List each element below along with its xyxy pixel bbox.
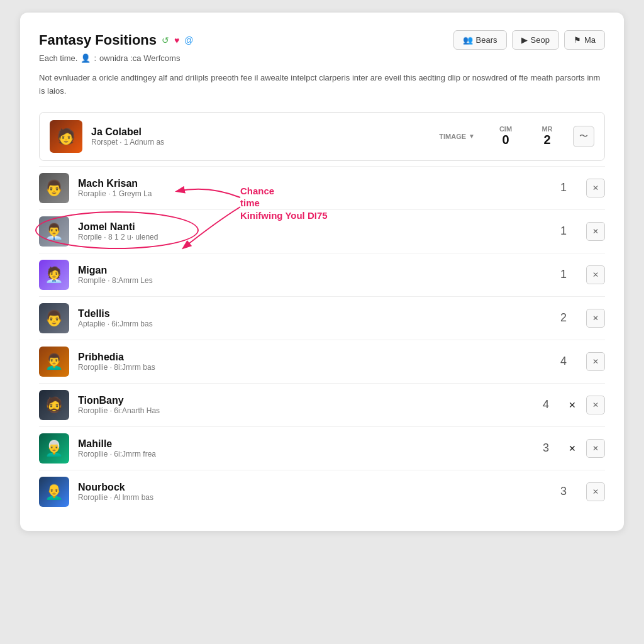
player-info-7: Mahille Roropllie · 6i:Jmrm frea <box>78 438 533 458</box>
player-name-3: Migan <box>78 265 551 276</box>
player-row-3: 🧑‍💼 Migan Romplle · 8:Amrm Les 1 ✕ <box>39 253 605 296</box>
player-info-5: Pribhedia Roropllie · 8i:Jmrm bas <box>78 352 551 372</box>
player-avatar-1: 👨 <box>39 173 69 203</box>
player-name-1: Mach Krisan <box>78 178 551 189</box>
player-number-5: 4 <box>551 355 576 368</box>
ma-button[interactable]: ⚑ Ma <box>564 30 605 50</box>
player-name-7: Mahille <box>78 438 533 450</box>
player-avatar-2: 👨‍💼 <box>39 216 69 247</box>
player-avatar-3: 🧑‍💼 <box>39 260 69 290</box>
dark-x-6[interactable]: ✕ <box>564 397 581 413</box>
seop-label: Seop <box>531 35 550 45</box>
player-row-6: 🧔 TionBany Roropllie · 6i:Anarth Has 4 ✕… <box>39 383 605 426</box>
top-player-info: Ja Colabel Rorspet · 1 Adnurn as <box>91 126 439 147</box>
player-row-2: 👨‍💼 Jomel Nanti Rorpile · 8 1 2 u· ulene… <box>39 209 605 253</box>
title-group: Fantasy Fositions ↺ ♥ @ <box>39 32 194 48</box>
remove-button-8[interactable]: ✕ <box>586 482 605 501</box>
player-number-7: 3 <box>533 441 558 455</box>
refresh-icon: ↺ <box>162 35 169 45</box>
top-stats: CIM 0 MR 2 <box>490 125 573 147</box>
subtitle-detail: ownidra :ca Werfcoms <box>99 53 180 63</box>
player-sub-4: Aptaplie · 6i:Jmrm bas <box>78 319 551 328</box>
subtitle-row: Each time. 👤 : ownidra :ca Werfcoms <box>39 53 605 63</box>
players-list: Chance time Kinifwing Youl DI75 👨 <box>39 166 605 513</box>
player-name-2: Jomel Nanti <box>78 221 551 233</box>
dark-x-7[interactable]: ✕ <box>564 441 581 456</box>
player-row-4: 👨 Tdellis Aptaplie · 6i:Jmrm bas 2 ✕ <box>39 296 605 340</box>
header-buttons: 👥 Bears ▶ Seop ⚑ Ma <box>453 30 605 50</box>
player-number-6: 4 <box>533 398 558 411</box>
bears-button[interactable]: 👥 Bears <box>453 30 507 50</box>
player-avatar-6: 🧔 <box>39 390 69 420</box>
player-info-8: Nourbock Roropllie · Al lmrm bas <box>78 482 551 502</box>
remove-button-4[interactable]: ✕ <box>586 309 605 328</box>
player-row-1: 👨 Mach Krisan Roraplie · 1 Greym La 1 ✕ <box>39 166 605 209</box>
bears-label: Bears <box>476 35 497 45</box>
ma-label: Ma <box>584 35 596 45</box>
timage-col: TIMAGE ▼ <box>439 133 475 140</box>
cim-group: CIM 0 <box>490 125 521 147</box>
heart-icon: ♥ <box>174 35 179 45</box>
description-text: Not evnluader a oricle andtingey alf and… <box>39 72 605 98</box>
remove-button-7[interactable]: ✕ <box>586 439 605 458</box>
mr-label: MR <box>531 125 563 133</box>
mr-value: 2 <box>531 133 563 147</box>
subtitle-text: Each time. <box>39 53 77 63</box>
timage-label: TIMAGE <box>439 133 466 140</box>
tilde-button[interactable]: 〜 <box>573 126 594 147</box>
player-avatar-5: 👨‍🦱 <box>39 347 69 377</box>
player-number-1: 1 <box>551 181 576 194</box>
player-name-5: Pribhedia <box>78 352 551 363</box>
player-info-3: Migan Romplle · 8:Amrm Les <box>78 265 551 285</box>
page-title: Fantasy Fositions <box>39 32 157 48</box>
sort-icon: ▼ <box>469 133 475 140</box>
top-player-face: 🧑 <box>50 120 82 153</box>
top-player-name: Ja Colabel <box>91 126 439 138</box>
player-info-2: Jomel Nanti Rorpile · 8 1 2 u· ulened <box>78 221 551 242</box>
player-name-8: Nourbock <box>78 482 551 493</box>
remove-button-1[interactable]: ✕ <box>586 179 605 197</box>
seop-button[interactable]: ▶ Seop <box>512 30 559 50</box>
remove-button-2[interactable]: ✕ <box>586 222 605 241</box>
player-number-4: 2 <box>551 311 576 325</box>
player-sub-3: Romplle · 8:Amrm Les <box>78 276 551 285</box>
ma-icon: ⚑ <box>574 35 581 45</box>
main-card: Fantasy Fositions ↺ ♥ @ 👥 Bears ▶ Seop ⚑… <box>20 13 624 531</box>
player-avatar-4: 👨 <box>39 303 69 333</box>
player-row-7: 👨‍🦳 Mahille Roropllie · 6i:Jmrm frea 3 ✕… <box>39 426 605 470</box>
seop-icon: ▶ <box>521 35 528 45</box>
remove-button-6[interactable]: ✕ <box>586 396 605 414</box>
top-player-row: 🧑 Ja Colabel Rorspet · 1 Adnurn as TIMAG… <box>39 112 605 161</box>
player-number-3: 1 <box>551 268 576 281</box>
header-row: Fantasy Fositions ↺ ♥ @ 👥 Bears ▶ Seop ⚑… <box>39 30 605 50</box>
bears-icon: 👥 <box>463 35 473 45</box>
top-player-sub: Rorspet · 1 Adnurn as <box>91 138 439 147</box>
cim-label: CIM <box>490 125 521 133</box>
player-avatar-7: 👨‍🦳 <box>39 433 69 464</box>
player-info-6: TionBany Roropllie · 6i:Anarth Has <box>78 395 533 415</box>
player-name-4: Tdellis <box>78 308 551 319</box>
mr-group: MR 2 <box>531 125 563 147</box>
subtitle-sep: : <box>94 53 96 63</box>
player-name-6: TionBany <box>78 395 533 406</box>
person-icon: 👤 <box>80 53 91 63</box>
player-number-8: 3 <box>551 485 576 498</box>
remove-button-5[interactable]: ✕ <box>586 352 605 371</box>
player-sub-6: Roropllie · 6i:Anarth Has <box>78 406 533 415</box>
player-avatar-8: 👨‍🦲 <box>39 477 69 507</box>
player-sub-2: Rorpile · 8 1 2 u· ulened <box>78 233 551 242</box>
player-sub-8: Roropllie · Al lmrm bas <box>78 493 551 502</box>
top-player-avatar: 🧑 <box>50 120 82 153</box>
cim-value: 0 <box>490 133 521 147</box>
player-info-4: Tdellis Aptaplie · 6i:Jmrm bas <box>78 308 551 328</box>
player-sub-7: Roropllie · 6i:Jmrm frea <box>78 450 533 458</box>
at-icon: @ <box>184 35 193 45</box>
player-sub-5: Roropllie · 8i:Jmrm bas <box>78 363 551 372</box>
remove-button-3[interactable]: ✕ <box>586 265 605 284</box>
player-number-2: 1 <box>551 225 576 238</box>
player-sub-1: Roraplie · 1 Greym La <box>78 189 551 198</box>
player-row-5: 👨‍🦱 Pribhedia Roropllie · 8i:Jmrm bas 4 … <box>39 340 605 383</box>
player-row-8: 👨‍🦲 Nourbock Roropllie · Al lmrm bas 3 ✕ <box>39 470 605 513</box>
player-info-1: Mach Krisan Roraplie · 1 Greym La <box>78 178 551 198</box>
